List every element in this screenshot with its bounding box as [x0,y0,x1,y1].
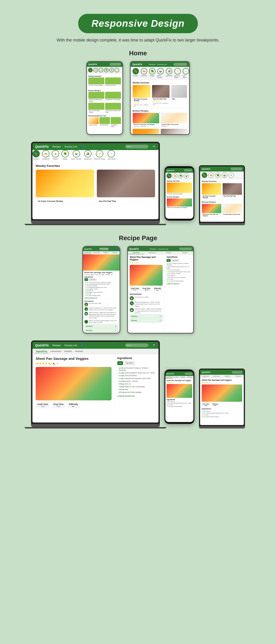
cat-chicken[interactable]: 🍗 [133,68,139,74]
cheesecake-card-tablet[interactable]: No Bake Mini Cheesecake Difficulty ●○○ [160,113,187,128]
category-icon-chicken[interactable]: 🍗 [88,68,93,72]
rtab-reviews[interactable]: Reviews [177,251,193,254]
td-cheesecake[interactable]: No Bake Mini Cheesecake [222,204,242,217]
rp-tab-ing[interactable]: Ingredients [165,376,172,378]
laptop-cat-vegan[interactable]: 🥦 Vegan [61,150,69,160]
rp-tab-nutr[interactable]: Nutrition [179,376,186,378]
td-cat-chicken[interactable]: 🍗 [202,172,207,178]
r-add-grocery[interactable]: + Add to Grocery List [166,282,191,284]
recipe-laptop-search-icon[interactable]: 🔍 [153,344,156,347]
reviews-collapsible[interactable]: Reviews ▼ [84,329,118,332]
cat-japanese[interactable]: 🍱 [166,68,172,74]
td-shrimp[interactable]: Air Fryer Coconut Shrimp [202,183,222,199]
recipe-laptop-search[interactable]: Search... [125,344,148,347]
category-icon-more[interactable]: + [115,68,119,72]
recipe-tablet-nav-recipes[interactable]: Recipes [150,248,156,250]
category-icon-italian[interactable]: 🍝 [99,68,103,72]
rl-tab-nutr[interactable]: Nutrition [63,350,73,353]
rl-share-icon[interactable]: ↗ [56,362,58,365]
taco-card-sm[interactable]: Cream Tuscan [88,117,99,128]
recipe-phone-person[interactable]: 👤 [116,248,118,250]
phone-cat-slow[interactable]: 🍲 [184,173,189,178]
laptop-cat-slow[interactable]: 🍲 Slow Cooker [71,150,81,160]
rp-tab-rev[interactable]: Reviews [186,376,194,378]
laptop-padthai-card[interactable]: One-Pot Pad Thai [97,170,155,204]
laptop-cat-japanese[interactable]: 🍱 Japanese [84,150,92,160]
rtab-ingredients[interactable]: Ingredients [128,251,144,254]
tablet-device-search[interactable] [231,168,242,170]
td-cat-seafood[interactable]: 🦐 [208,172,214,178]
rt-tab-nutr[interactable]: Nutrition [222,375,233,378]
category-icon-seafood[interactable]: 🦐 [93,68,98,72]
padthai-card[interactable]: One-Pot Pad Thai [105,78,121,88]
rec-card-3[interactable]: Cauliflower Tacos [111,117,121,128]
nutrition-collapsible[interactable]: Nutrition ▼ [84,324,118,328]
cinnamon-card-tablet[interactable]: Gluten-free Cinnamon Roll Cake Difficult… [160,128,187,135]
rt-device-search[interactable] [232,371,242,374]
rl-tab-rev[interactable]: Reviews [74,350,84,353]
phone-shrimp-card[interactable]: Air Fryer Coconut Shrimp [167,182,192,195]
phone-cat-seafood[interactable]: 🦐 [172,173,177,178]
cat-quick[interactable]: ⚡ [174,68,181,74]
tab-reviews[interactable]: Reviews [110,251,120,254]
laptop-cat-italian[interactable]: 🍝 Italian [52,150,59,160]
phone-sausage-card[interactable]: Sheet Pan Sausage and Veggies [167,198,192,208]
recipe-tablet-nav-grocery[interactable]: Grocery List [158,248,168,250]
cat-more[interactable]: + [183,68,189,74]
shrimp-card[interactable]: Air Fryer Coconut Shrimp [88,78,104,88]
rtab-nutrition[interactable]: Nutrition [160,251,177,254]
rl-add-grocery[interactable]: + Add to Grocery List [117,394,155,397]
recipe-phone-search[interactable] [99,248,109,250]
td-padthai[interactable]: One-Pot Pad Thai [222,183,242,199]
r-us-btn[interactable]: US [166,259,171,262]
phone-cat-chicken[interactable]: 🍗 [166,173,172,178]
r-metric-btn[interactable]: METRIC [171,259,179,262]
laptop-search-icon[interactable]: 🔍 [153,146,156,148]
sausage-card-tablet[interactable]: Sheet Pan Sausage and Veggies Total Time… [133,113,159,128]
recipe-laptop-nav-grocery[interactable]: Grocery List [64,344,77,347]
td-sausage[interactable]: Sheet Pan Sausage and Veggies [202,204,222,217]
phone-device-search[interactable] [184,169,192,172]
td-cat-more[interactable]: + [228,172,234,178]
td-cat-vegan[interactable]: 🥦 [215,172,221,178]
recipe-tablet-search[interactable] [179,248,192,250]
rtab-instructions[interactable]: Instructions [144,251,160,254]
category-icon-slow[interactable]: 🍲 [109,68,114,72]
add-to-grocery[interactable]: + Add to Grocery List [84,297,118,298]
tablet-nav-grocery[interactable]: Grocery List [157,64,167,66]
rl-metric-btn[interactable]: METRIC [124,361,135,365]
chicken-card-sm[interactable]: Slow Cooker Butter Chicken [88,103,104,113]
rl-tab-ing[interactable]: Ingredients [35,350,48,353]
cheesecake-card-sm[interactable]: No Bake Mini Cheesecake [105,92,121,102]
recipe-laptop-person[interactable]: 👤 [81,344,83,346]
tab-nutrition[interactable]: Nutrition [101,251,110,254]
rl-tab-inst[interactable]: Instructions [50,350,62,353]
rt-tab-ing[interactable]: Ingredients [200,375,211,378]
tab-instructions[interactable]: Instructions [92,251,101,254]
cat-slowcooker[interactable]: 🍲 [157,68,164,74]
recipe-laptop-nav-recipes[interactable]: Recipes [52,344,61,347]
laptop-search-box[interactable]: Search... [125,145,148,148]
td-cat-slow[interactable]: 🍲 [222,172,227,178]
rt-tab-rev[interactable]: Reviews [233,375,244,378]
cat-seafood[interactable]: 🦐 [141,68,147,74]
rt-tab-inst[interactable]: Instructions [211,375,222,378]
phone-cat-vegan[interactable]: 🥦 [178,173,183,178]
sausage-card-sm[interactable]: Sheet Pan Sausage and Veggies [88,92,104,102]
laptop-cat-seafood[interactable]: 🦐 Seafood [42,150,49,160]
laptop-cat-chicken[interactable]: 🍗 Chicken [32,150,40,160]
rl-us-btn[interactable]: US [117,361,123,365]
laptop-cat-quick[interactable]: ⚡ Quick & Easy [94,150,105,160]
tablet-nav-recipes[interactable]: Recipes [149,64,155,66]
laptop-shrimp-card[interactable]: Air Fryer Coconut Shrimp [36,170,94,204]
rec-card-2[interactable]: One Pot Pasta [99,117,110,128]
extra-card-tablet[interactable]: Mil... [171,85,187,108]
laptop-nav-recipes[interactable]: Recipes [52,146,61,148]
chicken-card-tablet[interactable]: Slow Cooker Butter Chicken Total Time · … [133,128,159,135]
tablet-search[interactable] [173,63,187,66]
metric-toggle[interactable]: METRIC [89,278,97,281]
rl-bookmark-icon[interactable]: 🔖 [52,362,55,365]
laptop-nav-person-icon[interactable]: 👤 [81,146,84,148]
laptop-cat-more[interactable]: + See More [107,150,116,160]
shrimp-card-tablet[interactable]: Air Fryer Coconut Shrimp ★★★★★ Total Tim… [133,85,150,108]
